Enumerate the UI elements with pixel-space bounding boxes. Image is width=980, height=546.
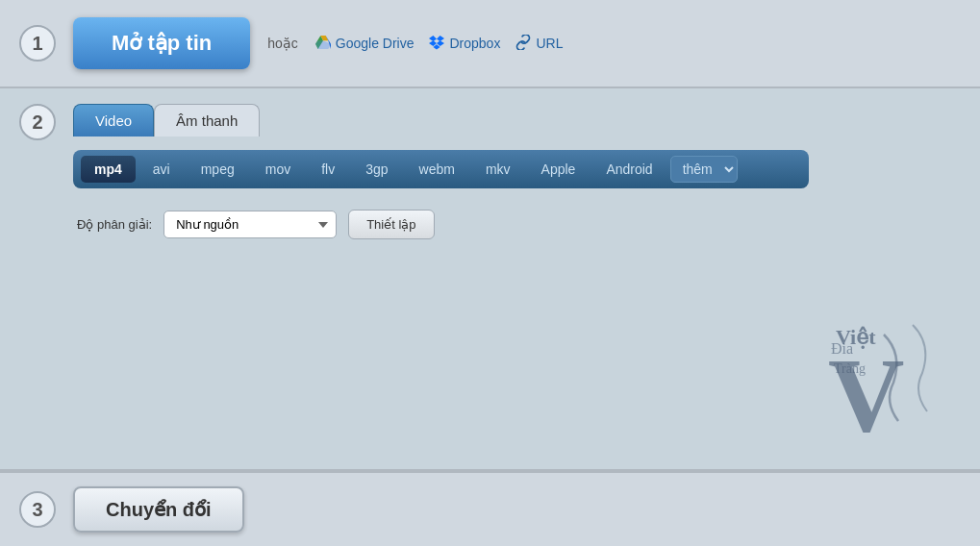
cloud-links: Google Drive Dropbox: [315, 35, 564, 53]
format-flv[interactable]: flv: [308, 156, 348, 183]
format-bar: mp4 avi mpeg mov flv 3gp webm mkv Apple …: [73, 150, 809, 188]
step1-circle: 1: [19, 25, 56, 62]
google-drive-label: Google Drive: [336, 36, 415, 51]
resolution-row: Độ phân giải: Như nguồn 1080p 720p 480p …: [73, 202, 809, 247]
section2: 2 Video Âm thanh mp4 avi mpeg mov flv 3g…: [0, 88, 980, 471]
watermark: Việt Đia Tràng V: [826, 315, 961, 450]
step3-circle: 3: [19, 491, 56, 528]
or-label: hoặc: [267, 36, 298, 51]
section1: 1 Mở tập tin hoặc Google Drive: [0, 0, 980, 88]
format-apple[interactable]: Apple: [528, 156, 590, 183]
svg-marker-5: [437, 35, 444, 40]
section3: 3 Chuyển đổi: [0, 471, 980, 546]
format-mp4[interactable]: mp4: [81, 156, 136, 183]
format-webm[interactable]: webm: [406, 156, 468, 183]
tabs-row: Video Âm thanh: [73, 104, 809, 136]
resolution-label: Độ phân giải:: [77, 217, 152, 232]
tab-audio[interactable]: Âm thanh: [154, 104, 260, 136]
watermark-svg: Việt Đia Tràng V: [826, 306, 961, 459]
section2-content: Video Âm thanh mp4 avi mpeg mov flv 3gp …: [73, 104, 809, 247]
dropbox-icon: [429, 35, 444, 53]
url-link[interactable]: URL: [515, 35, 563, 53]
svg-text:V: V: [828, 336, 904, 454]
google-drive-icon: [315, 35, 331, 53]
format-mpeg[interactable]: mpeg: [188, 156, 248, 183]
format-mkv[interactable]: mkv: [472, 156, 524, 183]
svg-marker-3: [315, 40, 331, 49]
format-3gp[interactable]: 3gp: [352, 156, 401, 183]
format-more-select[interactable]: thêm: [670, 156, 738, 183]
dropbox-link[interactable]: Dropbox: [429, 35, 500, 53]
format-android[interactable]: Android: [592, 156, 666, 183]
svg-marker-4: [429, 35, 437, 40]
open-file-button[interactable]: Mở tập tin: [73, 17, 250, 69]
url-label: URL: [536, 36, 563, 51]
link-icon: [515, 35, 531, 53]
tab-video[interactable]: Video: [73, 104, 154, 136]
dropbox-label: Dropbox: [449, 36, 500, 51]
format-mov[interactable]: mov: [252, 156, 304, 183]
resolution-select[interactable]: Như nguồn 1080p 720p 480p 360p: [163, 211, 337, 238]
step2-circle: 2: [19, 104, 56, 140]
google-drive-link[interactable]: Google Drive: [315, 35, 415, 53]
setup-button[interactable]: Thiết lập: [348, 210, 434, 239]
main-container: 1 Mở tập tin hoặc Google Drive: [0, 0, 980, 546]
convert-button[interactable]: Chuyển đổi: [73, 486, 244, 533]
format-avi[interactable]: avi: [139, 156, 184, 183]
